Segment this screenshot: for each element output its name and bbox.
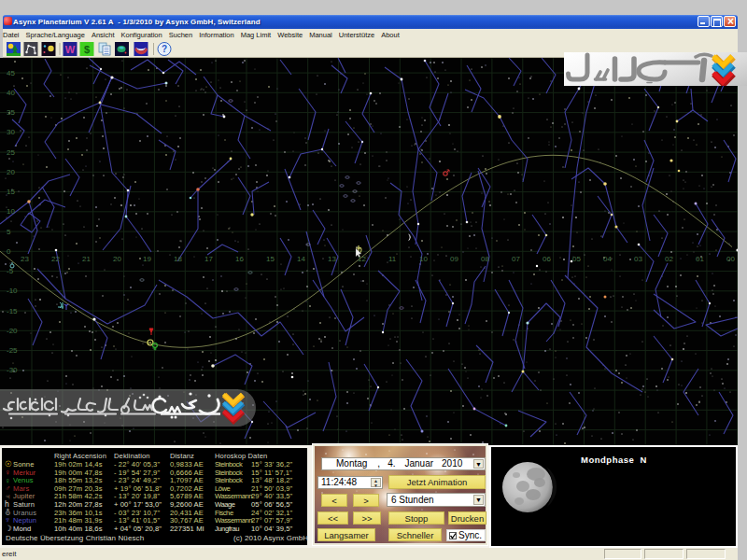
svg-text:03: 03: [634, 255, 642, 263]
svg-text:-25: -25: [7, 346, 18, 355]
svg-text:16: 16: [235, 255, 244, 263]
svg-text:04: 04: [603, 255, 612, 263]
svg-text:12: 12: [358, 255, 366, 263]
svg-text:-20: -20: [7, 327, 18, 335]
svg-text:11: 11: [388, 255, 397, 263]
svg-text:07: 07: [512, 255, 520, 263]
svg-text:$: $: [84, 44, 90, 55]
svg-text:45: 45: [7, 69, 15, 77]
svg-text:17: 17: [204, 255, 213, 263]
svg-text:01: 01: [696, 255, 704, 263]
svg-text:15: 15: [266, 255, 275, 263]
svg-text:02: 02: [665, 255, 673, 263]
svg-text:Mondphase N: Mondphase N: [581, 455, 647, 465]
svg-text:19: 19: [143, 255, 151, 263]
svg-text:5: 5: [7, 228, 11, 236]
svg-text:05: 05: [572, 255, 581, 263]
svg-text:15: 15: [7, 188, 15, 196]
svg-text:-10: -10: [7, 287, 18, 295]
svg-text:-15: -15: [7, 307, 18, 315]
svg-text:09: 09: [450, 255, 458, 263]
svg-text:06: 06: [543, 255, 551, 263]
svg-text:25: 25: [7, 148, 15, 157]
svg-text:20: 20: [7, 168, 15, 176]
svg-text:0: 0: [7, 247, 11, 256]
svg-text:13: 13: [328, 255, 336, 263]
svg-text:21: 21: [82, 255, 91, 263]
svg-text:35: 35: [7, 108, 15, 117]
svg-text:23: 23: [21, 255, 29, 263]
svg-text:-30: -30: [7, 366, 18, 374]
svg-text:40: 40: [7, 89, 15, 97]
svg-text:W: W: [65, 44, 76, 55]
svg-text:14: 14: [297, 255, 305, 263]
svg-text:18: 18: [174, 255, 182, 263]
svg-text:10: 10: [419, 255, 428, 263]
svg-text:08: 08: [481, 255, 489, 263]
svg-text:22: 22: [51, 255, 60, 263]
svg-text:00: 00: [726, 255, 735, 263]
svg-text:-5: -5: [7, 267, 14, 275]
svg-text:30: 30: [7, 128, 15, 136]
svg-text:10: 10: [7, 207, 15, 216]
svg-text:?: ?: [162, 44, 167, 54]
svg-text:20: 20: [113, 255, 121, 263]
